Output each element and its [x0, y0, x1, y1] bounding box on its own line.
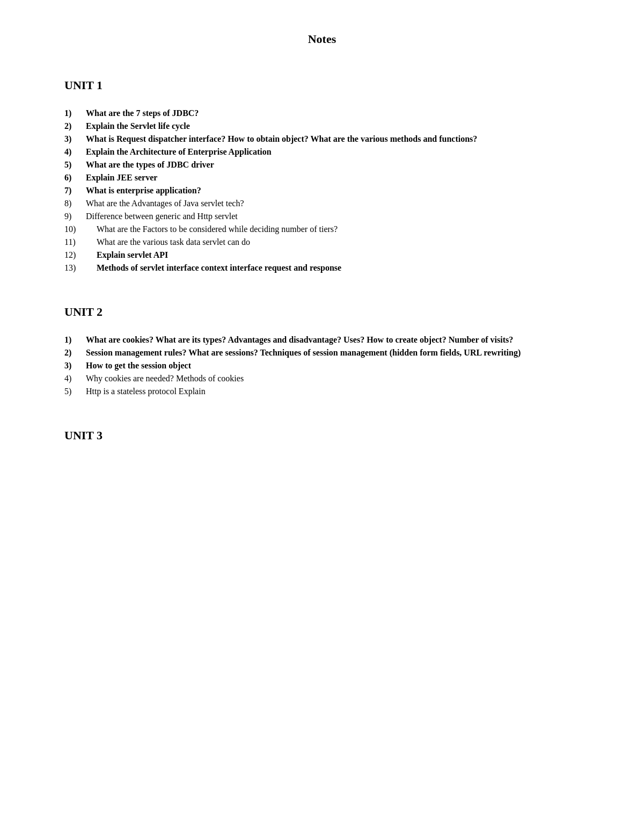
list-text: Explain servlet API	[97, 250, 580, 260]
list-number: 4)	[64, 147, 86, 157]
list-text: What are the Advantages of Java servlet …	[86, 199, 580, 208]
list-text: Explain JEE server	[86, 173, 580, 183]
list-text: Session management rules? What are sessi…	[86, 348, 580, 358]
unit-section-unit3: UNIT 3	[64, 429, 580, 443]
list-text: Why cookies are needed? Methods of cooki…	[86, 374, 580, 383]
unit-list-unit1: 1)What are the 7 steps of JDBC?2)Explain…	[64, 108, 580, 273]
list-number: 4)	[64, 374, 86, 383]
list-number: 6)	[64, 173, 86, 183]
list-number: 7)	[64, 186, 86, 195]
list-text: What is enterprise application?	[86, 186, 580, 195]
list-number: 5)	[64, 387, 86, 396]
list-text: What is Request dispatcher interface? Ho…	[86, 134, 580, 144]
list-text: What are the Factors to be considered wh…	[97, 224, 580, 234]
list-text: Methods of servlet interface context int…	[97, 263, 580, 273]
list-item: 1)What are the 7 steps of JDBC?	[64, 108, 580, 118]
list-item: 2)Session management rules? What are ses…	[64, 348, 580, 358]
list-item: 4)Why cookies are needed? Methods of coo…	[64, 374, 580, 383]
list-number: 3)	[64, 134, 86, 144]
unit-heading-unit1: UNIT 1	[64, 78, 580, 92]
page-title: Notes	[64, 32, 580, 46]
list-text: Http is a stateless protocol Explain	[86, 387, 580, 396]
list-text: What are cookies? What are its types? Ad…	[86, 335, 580, 345]
list-item: 3)What is Request dispatcher interface? …	[64, 134, 580, 144]
unit-heading-unit2: UNIT 2	[64, 305, 580, 319]
list-item: 7)What is enterprise application?	[64, 186, 580, 195]
unit-heading-unit3: UNIT 3	[64, 429, 580, 443]
unit-section-unit2: UNIT 21)What are cookies? What are its t…	[64, 305, 580, 396]
unit-list-unit2: 1)What are cookies? What are its types? …	[64, 335, 580, 396]
list-item: 13)Methods of servlet interface context …	[64, 263, 580, 273]
list-item: 12)Explain servlet API	[64, 250, 580, 260]
list-number: 3)	[64, 361, 86, 371]
list-item: 8)What are the Advantages of Java servle…	[64, 199, 580, 208]
list-text: What are the various task data servlet c…	[97, 237, 580, 247]
list-text: What are the types of JDBC driver	[86, 160, 580, 170]
list-item: 9)Difference between generic and Http se…	[64, 212, 580, 221]
list-text: Explain the Servlet life cycle	[86, 121, 580, 131]
unit-section-unit1: UNIT 11)What are the 7 steps of JDBC?2)E…	[64, 78, 580, 273]
list-item: 5)Http is a stateless protocol Explain	[64, 387, 580, 396]
list-item: 2)Explain the Servlet life cycle	[64, 121, 580, 131]
list-item: 3)How to get the session object	[64, 361, 580, 371]
list-number: 1)	[64, 108, 86, 118]
list-item: 1)What are cookies? What are its types? …	[64, 335, 580, 345]
list-number: 13)	[64, 263, 97, 273]
list-item: 10)What are the Factors to be considered…	[64, 224, 580, 234]
list-text: Difference between generic and Http serv…	[86, 212, 580, 221]
list-item: 11)What are the various task data servle…	[64, 237, 580, 247]
list-text: What are the 7 steps of JDBC?	[86, 108, 580, 118]
list-text: How to get the session object	[86, 361, 580, 371]
list-item: 5) What are the types of JDBC driver	[64, 160, 580, 170]
list-number: 2)	[64, 348, 86, 358]
list-item: 4)Explain the Architecture of Enterprise…	[64, 147, 580, 157]
list-number: 12)	[64, 250, 97, 260]
list-number: 5)	[64, 160, 86, 170]
list-item: 6)Explain JEE server	[64, 173, 580, 183]
list-number: 2)	[64, 121, 86, 131]
list-text: Explain the Architecture of Enterprise A…	[86, 147, 580, 157]
list-number: 1)	[64, 335, 86, 345]
list-number: 10)	[64, 224, 97, 234]
list-number: 8)	[64, 199, 86, 208]
list-number: 11)	[64, 237, 97, 247]
list-number: 9)	[64, 212, 86, 221]
